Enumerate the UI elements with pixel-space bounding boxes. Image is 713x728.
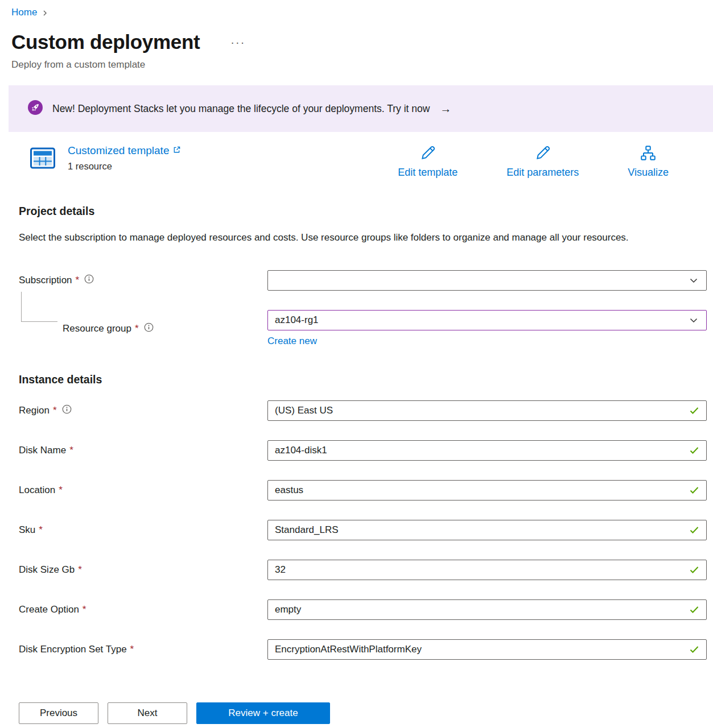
customized-template-link[interactable]: Customized template bbox=[68, 144, 181, 157]
breadcrumb: Home bbox=[0, 0, 713, 19]
resource-group-connector bbox=[21, 292, 57, 322]
required-asterisk: * bbox=[130, 644, 134, 655]
pencil-icon bbox=[534, 144, 551, 163]
create-option-label-text: Create Option bbox=[19, 604, 79, 615]
info-icon[interactable] bbox=[144, 322, 154, 335]
required-asterisk: * bbox=[135, 323, 139, 334]
disk-size-input[interactable] bbox=[267, 560, 707, 580]
disk-encryption-set-type-input[interactable] bbox=[267, 639, 707, 660]
arrow-right-icon: → bbox=[440, 102, 451, 115]
region-input[interactable] bbox=[267, 400, 707, 421]
instance-details-heading: Instance details bbox=[19, 373, 707, 388]
resource-group-label-text: Resource group bbox=[63, 323, 131, 334]
disk-name-label-text: Disk Name bbox=[19, 445, 66, 456]
required-asterisk: * bbox=[53, 405, 57, 416]
page-subtitle: Deploy from a custom template bbox=[11, 59, 713, 73]
disk-name-label: Disk Name * bbox=[19, 445, 267, 456]
create-new-link[interactable]: Create new bbox=[267, 336, 317, 347]
region-label-text: Region bbox=[19, 405, 50, 416]
resource-count: 1 resource bbox=[68, 161, 181, 172]
chevron-right-icon bbox=[42, 10, 48, 16]
sku-label: Sku * bbox=[19, 524, 267, 536]
announcement-banner[interactable]: New! Deployment Stacks let you manage th… bbox=[9, 85, 713, 132]
more-options-button[interactable]: ··· bbox=[227, 34, 249, 51]
location-label-text: Location bbox=[19, 485, 55, 496]
footer-bar: Previous Next Review + create bbox=[0, 685, 713, 728]
disk-name-input[interactable] bbox=[267, 440, 707, 461]
create-option-input[interactable] bbox=[267, 599, 707, 620]
project-details-heading: Project details bbox=[19, 205, 713, 220]
disk-name-row: Disk Name * bbox=[19, 440, 707, 461]
region-row: Region * bbox=[19, 400, 707, 421]
next-button[interactable]: Next bbox=[108, 702, 187, 724]
review-create-button[interactable]: Review + create bbox=[196, 702, 330, 724]
custom-deployment-page: Home Custom deployment ··· Deploy from a… bbox=[0, 0, 713, 728]
template-icon bbox=[29, 144, 56, 174]
subscription-row: Subscription * bbox=[19, 270, 707, 291]
resource-group-value: az104-rg1 bbox=[275, 315, 319, 326]
disk-encryption-set-type-row: Disk Encryption Set Type * bbox=[19, 639, 707, 660]
required-asterisk: * bbox=[69, 445, 73, 456]
sku-label-text: Sku bbox=[19, 524, 35, 536]
resource-group-row: Resource group * az104-rg1 Create new bbox=[19, 310, 707, 347]
edit-parameters-button[interactable]: Edit parameters bbox=[506, 144, 579, 179]
previous-button[interactable]: Previous bbox=[19, 702, 98, 724]
info-icon[interactable] bbox=[62, 404, 72, 417]
pencil-icon bbox=[419, 144, 436, 163]
create-option-row: Create Option * bbox=[19, 599, 707, 620]
create-option-label: Create Option * bbox=[19, 604, 267, 615]
rocket-icon bbox=[27, 100, 43, 118]
disk-size-row: Disk Size Gb * bbox=[19, 560, 707, 580]
disk-size-label: Disk Size Gb * bbox=[19, 564, 267, 576]
info-icon[interactable] bbox=[84, 274, 94, 287]
disk-size-label-text: Disk Size Gb bbox=[19, 564, 75, 576]
resource-group-label: Resource group * bbox=[19, 322, 267, 335]
required-asterisk: * bbox=[83, 604, 86, 615]
subscription-dropdown[interactable] bbox=[267, 270, 707, 291]
disk-encryption-set-type-label: Disk Encryption Set Type * bbox=[19, 644, 267, 655]
project-details-description: Select the subscription to manage deploy… bbox=[19, 229, 673, 246]
banner-text: New! Deployment Stacks let you manage th… bbox=[52, 103, 430, 115]
external-link-icon bbox=[172, 144, 181, 157]
template-row: Customized template 1 resource bbox=[29, 144, 669, 179]
visualize-label: Visualize bbox=[628, 167, 669, 179]
location-row: Location * bbox=[19, 480, 707, 500]
location-label: Location * bbox=[19, 485, 267, 496]
org-chart-icon bbox=[640, 144, 657, 163]
resource-group-dropdown[interactable]: az104-rg1 bbox=[267, 310, 707, 330]
customized-template-label: Customized template bbox=[68, 144, 169, 157]
region-label: Region * bbox=[19, 404, 267, 417]
required-asterisk: * bbox=[76, 275, 80, 286]
required-asterisk: * bbox=[78, 564, 82, 576]
edit-template-label: Edit template bbox=[398, 167, 458, 179]
sku-input[interactable] bbox=[267, 520, 707, 540]
sku-row: Sku * bbox=[19, 520, 707, 540]
edit-parameters-label: Edit parameters bbox=[506, 167, 579, 179]
subscription-label-text: Subscription bbox=[19, 275, 72, 286]
disk-encryption-set-type-label-text: Disk Encryption Set Type bbox=[19, 644, 127, 655]
location-input[interactable] bbox=[267, 480, 707, 500]
page-title: Custom deployment bbox=[11, 31, 200, 53]
title-row: Custom deployment ··· bbox=[11, 28, 713, 56]
required-asterisk: * bbox=[59, 485, 63, 496]
subscription-label: Subscription * bbox=[19, 274, 267, 287]
visualize-button[interactable]: Visualize bbox=[628, 144, 669, 179]
edit-template-button[interactable]: Edit template bbox=[398, 144, 458, 179]
breadcrumb-home-link[interactable]: Home bbox=[11, 7, 37, 18]
required-asterisk: * bbox=[39, 524, 43, 536]
